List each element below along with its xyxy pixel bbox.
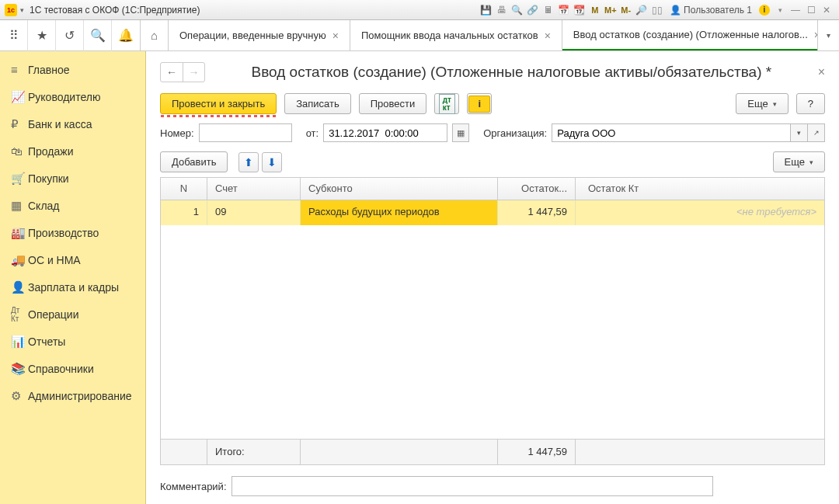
- tab-close-icon[interactable]: ×: [332, 30, 339, 42]
- m-plus-icon[interactable]: M+: [603, 3, 618, 17]
- number-input[interactable]: [199, 123, 292, 142]
- sidebar-item-reports[interactable]: 📊Отчеты: [0, 328, 145, 355]
- th-subconto[interactable]: Субконто: [301, 178, 498, 200]
- more-button[interactable]: Еще▾: [736, 93, 788, 114]
- nav-buttons: ← →: [160, 62, 205, 82]
- bag-icon: 🛍: [11, 144, 28, 158]
- search-icon[interactable]: 🔍: [84, 20, 112, 51]
- tab-operations-manual[interactable]: Операции, введенные вручную ×: [169, 20, 350, 50]
- panels-icon[interactable]: ▯▯: [649, 3, 665, 17]
- close-form-icon[interactable]: ×: [818, 65, 825, 79]
- info-icon[interactable]: i: [757, 3, 772, 17]
- cell-subconto[interactable]: Расходы будущих периодов: [301, 200, 498, 225]
- maximize-icon[interactable]: ☐: [803, 3, 819, 17]
- bell-icon[interactable]: 🔔: [112, 20, 140, 51]
- tabs-bar: Операции, введенные вручную × Помощник в…: [169, 20, 817, 50]
- dtkt-icon: ДтКт: [11, 306, 28, 323]
- table-more-button[interactable]: Еще▾: [773, 151, 825, 172]
- gear-icon: ⚙: [11, 389, 28, 403]
- print-icon[interactable]: 🖶: [494, 3, 510, 17]
- tabs-dropdown-icon[interactable]: ▾: [817, 20, 839, 50]
- sidebar-item-bank[interactable]: ₽Банк и касса: [0, 110, 145, 137]
- move-down-button[interactable]: ⬇: [262, 152, 282, 172]
- date-picker-icon[interactable]: ▦: [452, 123, 469, 142]
- info-badge-icon: i: [468, 96, 490, 113]
- m-minus-icon[interactable]: M-: [618, 3, 634, 17]
- app-logo-icon: 1c: [5, 4, 17, 16]
- sidebar-item-salary[interactable]: 👤Зарплата и кадры: [0, 273, 145, 301]
- sidebar-item-admin[interactable]: ⚙Администрирование: [0, 382, 145, 409]
- save-button[interactable]: Записать: [284, 93, 351, 114]
- add-row-button[interactable]: Добавить: [160, 151, 228, 172]
- save-disk-icon[interactable]: 💾: [479, 3, 494, 17]
- table-row[interactable]: 1 09 Расходы будущих периодов 1 447,59 <…: [161, 200, 824, 225]
- dtkt-icon: дткт: [439, 94, 455, 114]
- tab-label: Операции, введенные вручную: [179, 30, 326, 41]
- calc-icon[interactable]: 🖩: [541, 3, 556, 17]
- menu-icon: ≡: [11, 63, 28, 76]
- tab-label: Ввод остатков (создание) (Отложенные нал…: [573, 29, 808, 40]
- zoom-icon[interactable]: 🔎: [634, 3, 649, 17]
- date-input[interactable]: [323, 123, 447, 142]
- post-and-close-button[interactable]: Провести и закрыть: [160, 93, 277, 114]
- tab-label: Помощник ввода начальных остатков: [361, 30, 538, 41]
- nav-forward-button[interactable]: →: [183, 63, 204, 82]
- ruble-icon: ₽: [11, 117, 28, 131]
- user-label[interactable]: 👤 Пользователь 1: [670, 5, 752, 16]
- comment-label: Комментарий:: [160, 481, 227, 492]
- sidebar-item-manager[interactable]: 📈Руководителю: [0, 83, 145, 110]
- th-balance-dt[interactable]: Остаток...: [498, 178, 576, 200]
- sidebar-item-operations[interactable]: ДтКтОперации: [0, 301, 145, 328]
- apps-grid-icon[interactable]: ⠿: [0, 20, 28, 51]
- th-balance-kt[interactable]: Остаток Кт: [576, 178, 824, 200]
- tab-close-icon[interactable]: ×: [814, 29, 817, 41]
- truck-icon: 🚚: [11, 253, 28, 267]
- window-title: 1С тестовая с ОКОФ (1С:Предприятие): [30, 5, 200, 16]
- tab-close-icon[interactable]: ×: [545, 30, 551, 42]
- info-button[interactable]: i: [467, 93, 492, 114]
- search-small-icon[interactable]: 🔍: [510, 3, 525, 17]
- bars-icon: 📊: [11, 335, 28, 349]
- org-open-icon[interactable]: ↗: [808, 123, 825, 142]
- cell-dt[interactable]: 1 447,59: [498, 200, 576, 225]
- cell-account[interactable]: 09: [207, 200, 301, 225]
- help-button[interactable]: ?: [796, 93, 825, 114]
- info-dropdown-icon[interactable]: ▾: [772, 3, 788, 17]
- th-account[interactable]: Счет: [207, 178, 301, 200]
- org-label: Организация:: [483, 127, 547, 139]
- nav-back-button[interactable]: ←: [161, 63, 183, 82]
- number-label: Номер:: [160, 127, 194, 139]
- minimize-icon[interactable]: —: [788, 3, 803, 17]
- sidebar-item-sales[interactable]: 🛍Продажи: [0, 137, 145, 165]
- post-button[interactable]: Провести: [359, 93, 427, 114]
- calendar-date-icon[interactable]: 📆: [572, 3, 587, 17]
- sidebar-item-directories[interactable]: 📚Справочники: [0, 355, 145, 382]
- sidebar-item-main[interactable]: ≡Главное: [0, 56, 145, 83]
- sidebar-item-assets[interactable]: 🚚ОС и НМА: [0, 246, 145, 273]
- tf-dt: 1 447,59: [498, 440, 576, 464]
- sidebar-item-production[interactable]: 🏭Производство: [0, 219, 145, 246]
- link-icon[interactable]: 🔗: [525, 3, 541, 17]
- tab-enter-balances-create[interactable]: Ввод остатков (создание) (Отложенные нал…: [562, 20, 817, 50]
- th-n[interactable]: N: [161, 178, 207, 200]
- chart-up-icon: 📈: [11, 90, 28, 104]
- home-icon[interactable]: ⌂: [141, 20, 169, 50]
- calendar-icon[interactable]: 📅: [556, 3, 572, 17]
- move-up-button[interactable]: ⬆: [238, 152, 259, 172]
- from-label: от:: [306, 127, 319, 139]
- org-dropdown-icon[interactable]: ▾: [791, 123, 808, 142]
- app-menu-dropdown-icon[interactable]: ▾: [20, 6, 30, 14]
- tf-empty: [161, 440, 207, 464]
- tab-assistant-balances[interactable]: Помощник ввода начальных остатков ×: [350, 20, 562, 50]
- org-input[interactable]: [552, 123, 791, 142]
- dtkt-button[interactable]: дткт: [434, 93, 459, 114]
- comment-input[interactable]: [232, 476, 713, 496]
- m-icon[interactable]: M: [587, 3, 603, 17]
- history-icon[interactable]: ↺: [56, 20, 84, 51]
- tf-label: Итого:: [207, 440, 301, 464]
- sidebar-item-purchases[interactable]: 🛒Покупки: [0, 165, 145, 192]
- star-icon[interactable]: ★: [28, 20, 56, 51]
- sidebar-item-warehouse[interactable]: ▦Склад: [0, 192, 145, 219]
- close-window-icon[interactable]: ✕: [819, 3, 834, 17]
- boxes-icon: ▦: [11, 199, 28, 213]
